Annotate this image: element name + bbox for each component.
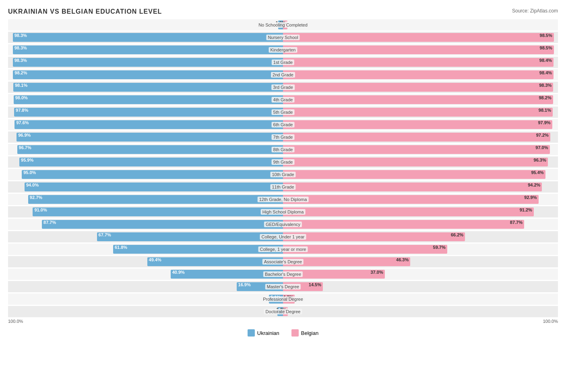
ukrainian-bar: 98.2% [13,70,283,79]
belgian-bar: 14.5% [283,282,323,291]
x-axis-left: 100.0% [8,319,23,324]
belgian-value: 66.2% [451,232,465,237]
ukrainian-bar: 97.8% [14,108,283,117]
left-section: 95.9% [8,156,283,168]
right-section: 1.8% [283,306,558,317]
left-section: 16.9% [8,281,283,292]
right-section: 14.5% [283,281,558,292]
belgian-bar: 98.3% [283,83,553,92]
ukrainian-bar: 5.1% [269,295,283,304]
bar-row: 91.0% High School Diploma 91.2% [8,206,558,218]
left-section: 98.2% [8,69,283,80]
bar-row: 96.9% 7th Grade 97.2% [8,131,558,143]
right-section: 98.4% [283,69,558,80]
right-section: 59.7% [283,244,558,255]
right-section: 66.2% [283,231,558,242]
bar-row: 87.7% GED/Equivalency 87.7% [8,219,558,230]
belgian-bar: 92.9% [283,195,539,204]
left-section: 96.9% [8,131,283,143]
ukrainian-bar: 61.8% [113,245,283,254]
right-section: 98.4% [283,57,558,68]
right-section: 4.3% [283,293,558,305]
left-section: 87.7% [8,219,283,230]
ukrainian-value: 91.0% [33,207,47,212]
ukrainian-bar: 91.0% [33,207,283,216]
legend-belgian-label: Belgian [301,330,318,336]
ukrainian-value: 94.0% [25,183,39,187]
belgian-value: 91.2% [520,207,534,212]
ukrainian-bar: 98.3% [13,58,283,67]
belgian-bar: 4.3% [283,295,295,304]
belgian-bar: 1.8% [283,307,288,316]
legend-ukrainian-box [248,329,255,337]
belgian-value: 1.6% [276,21,287,25]
ukrainian-bar: 16.9% [237,282,283,291]
left-section: 97.6% [8,119,283,130]
ukrainian-value: 97.8% [14,108,28,113]
right-section: 95.4% [283,169,558,180]
left-section: 97.8% [8,107,283,118]
x-axis: 100.0% 100.0% [8,319,558,324]
belgian-value: 97.2% [536,133,550,138]
bar-row: 61.8% College, 1 year or more 59.7% [8,244,558,255]
belgian-value: 14.5% [309,282,323,287]
left-section: 98.3% [8,57,283,68]
bar-row: 95.0% 10th Grade 95.4% [8,169,558,180]
belgian-bar: 87.7% [283,220,524,229]
belgian-value: 46.3% [396,257,410,262]
belgian-value: 1.8% [276,307,288,312]
ukrainian-value: 92.7% [28,195,42,200]
belgian-bar: 37.0% [283,270,385,279]
right-section: 98.3% [283,82,558,93]
left-section: 98.3% [8,32,283,43]
ukrainian-bar: 98.3% [13,33,283,42]
ukrainian-value: 97.6% [14,120,29,125]
ukrainian-bar: 96.9% [17,133,283,142]
right-section: 97.9% [283,119,558,130]
right-section: 37.0% [283,269,558,280]
right-section: 97.0% [283,144,558,155]
right-section: 94.2% [283,181,558,193]
legend-belgian-box [291,329,299,337]
right-section: 92.9% [283,194,558,205]
ukrainian-value: 5.1% [269,295,281,300]
belgian-value: 96.3% [534,158,548,162]
left-section: 40.9% [8,269,283,280]
chart-container: UKRAINIAN VS BELGIAN EDUCATION LEVEL Sou… [8,8,558,337]
bar-row: 16.9% Master's Degree 14.5% [8,281,558,292]
ukrainian-value: 95.9% [19,158,33,162]
bar-row: 96.7% 8th Grade 97.0% [8,144,558,155]
bar-row: 98.3% Nursery School 98.5% [8,32,558,43]
belgian-value: 87.7% [510,220,524,225]
right-section: 97.2% [283,131,558,143]
bar-row: 67.7% College, Under 1 year 66.2% [8,231,558,242]
bar-row: 5.1% Professional Degree 4.3% [8,293,558,305]
ukrainian-bar: 98.1% [13,83,283,92]
bar-row: 49.4% Associate's Degree 46.3% [8,256,558,267]
ukrainian-bar: 92.7% [28,195,283,204]
left-section: 61.8% [8,244,283,255]
chart-area: 1.8% No Schooling Completed 1.6% 98.3% N… [8,19,558,317]
belgian-bar: 97.9% [283,120,552,129]
belgian-bar: 98.5% [283,45,554,54]
bar-row: 97.8% 5th Grade 98.1% [8,107,558,118]
ukrainian-bar: 49.4% [147,257,283,266]
ukrainian-value: 40.9% [171,270,185,275]
belgian-bar: 1.6% [283,21,287,29]
source-label: Source: ZipAtlas.com [512,8,558,14]
bar-row: 2.1% Doctorate Degree 1.8% [8,306,558,317]
ukrainian-bar: 98.0% [14,95,283,104]
bar-row: 92.7% 12th Grade, No Diploma 92.9% [8,194,558,205]
belgian-bar: 95.4% [283,170,545,179]
ukrainian-bar: 94.0% [25,183,283,191]
left-section: 67.7% [8,231,283,242]
left-section: 2.1% [8,306,283,317]
bar-row: 98.0% 4th Grade 98.2% [8,94,558,105]
ukrainian-value: 98.3% [13,58,27,63]
belgian-bar: 98.5% [283,33,554,42]
left-section: 95.0% [8,169,283,180]
belgian-bar: 66.2% [283,232,465,241]
belgian-bar: 96.3% [283,158,548,166]
belgian-bar: 97.2% [283,133,550,142]
belgian-value: 4.3% [283,295,295,300]
